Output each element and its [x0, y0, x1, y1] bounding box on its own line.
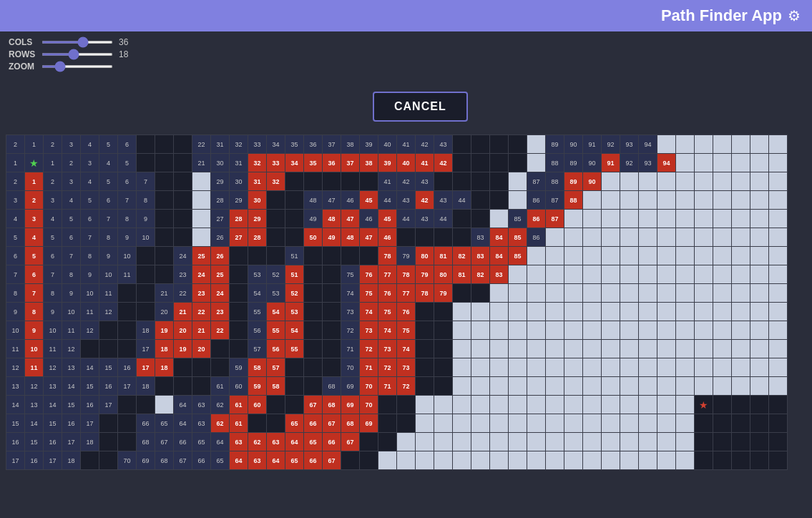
- grid-cell[interactable]: 16: [81, 396, 99, 414]
- grid-cell[interactable]: 43: [397, 191, 416, 210]
- grid-cell[interactable]: 67: [304, 396, 323, 414]
- grid-cell[interactable]: 36: [304, 135, 323, 154]
- grid-cell[interactable]: 11: [118, 265, 137, 284]
- grid-cell[interactable]: 17: [99, 396, 118, 414]
- grid-cell[interactable]: 61: [230, 396, 248, 414]
- grid-cell[interactable]: [546, 303, 564, 321]
- grid-cell[interactable]: [434, 321, 453, 340]
- grid-cell[interactable]: 73: [360, 321, 378, 340]
- grid-cell[interactable]: [713, 284, 732, 303]
- grid-cell[interactable]: 78: [397, 265, 416, 284]
- grid-cell[interactable]: [657, 172, 676, 191]
- grid-cell[interactable]: 66: [192, 451, 211, 470]
- grid-cell[interactable]: 85: [509, 247, 527, 265]
- grid-cell[interactable]: 20: [174, 321, 192, 340]
- grid-cell[interactable]: [155, 228, 174, 247]
- grid-cell[interactable]: [230, 247, 248, 265]
- grid-cell[interactable]: [118, 340, 137, 358]
- grid-cell[interactable]: 71: [360, 358, 378, 377]
- grid-cell[interactable]: [564, 414, 583, 433]
- grid-cell[interactable]: [490, 135, 509, 154]
- grid-cell[interactable]: 12: [81, 321, 99, 340]
- grid-cell[interactable]: 9: [137, 210, 155, 228]
- grid-cell[interactable]: 18: [137, 377, 155, 396]
- grid-cell[interactable]: 56: [248, 321, 267, 340]
- grid-cell[interactable]: [769, 247, 788, 265]
- grid-cell[interactable]: [434, 396, 453, 414]
- grid-cell[interactable]: [155, 154, 174, 172]
- grid-cell[interactable]: [546, 414, 564, 433]
- grid-cell[interactable]: 56: [267, 340, 285, 358]
- grid-cell[interactable]: 12: [44, 358, 62, 377]
- grid-cell[interactable]: [583, 303, 602, 321]
- grid-cell[interactable]: 60: [230, 377, 248, 396]
- grid-cell[interactable]: [639, 191, 657, 210]
- grid-cell[interactable]: 29: [211, 172, 230, 191]
- grid-cell[interactable]: 75: [341, 265, 360, 284]
- grid-cell[interactable]: 80: [416, 247, 434, 265]
- grid-cell[interactable]: [230, 284, 248, 303]
- grid-cell[interactable]: [527, 414, 546, 433]
- grid-cell[interactable]: [174, 191, 192, 210]
- grid-cell[interactable]: 19: [155, 321, 174, 340]
- grid-cell[interactable]: 9: [62, 284, 81, 303]
- grid-cell[interactable]: [323, 172, 341, 191]
- grid-cell[interactable]: 15: [99, 358, 118, 377]
- grid-cell[interactable]: [695, 247, 713, 265]
- grid-cell[interactable]: [602, 191, 620, 210]
- grid-cell[interactable]: [174, 135, 192, 154]
- grid-cell[interactable]: [769, 172, 788, 191]
- grid-cell[interactable]: 65: [211, 451, 230, 470]
- grid-cell[interactable]: [304, 321, 323, 340]
- grid-cell[interactable]: [657, 247, 676, 265]
- grid-cell[interactable]: [546, 265, 564, 284]
- grid-cell[interactable]: 7: [62, 247, 81, 265]
- grid-cell[interactable]: [323, 358, 341, 377]
- grid-cell[interactable]: [527, 265, 546, 284]
- grid-cell[interactable]: [453, 321, 471, 340]
- grid-cell[interactable]: 1: [25, 135, 44, 154]
- grid-cell[interactable]: 16: [6, 433, 25, 451]
- grid-cell[interactable]: 65: [285, 414, 304, 433]
- grid-cell[interactable]: [471, 210, 490, 228]
- grid-cell[interactable]: 11: [44, 340, 62, 358]
- grid-cell[interactable]: 15: [81, 377, 99, 396]
- grid-cell[interactable]: [285, 210, 304, 228]
- grid-cell[interactable]: [471, 358, 490, 377]
- grid-cell[interactable]: 26: [211, 228, 230, 247]
- grid-cell[interactable]: 28: [230, 210, 248, 228]
- grid-cell[interactable]: [657, 451, 676, 470]
- grid-cell[interactable]: [620, 414, 639, 433]
- grid-cell[interactable]: [174, 377, 192, 396]
- grid-cell[interactable]: 58: [267, 377, 285, 396]
- grid-cell[interactable]: 42: [397, 172, 416, 191]
- grid-cell[interactable]: 18: [62, 451, 81, 470]
- grid-cell[interactable]: 53: [267, 284, 285, 303]
- grid-cell[interactable]: 48: [323, 210, 341, 228]
- grid-cell[interactable]: 18: [155, 358, 174, 377]
- grid-cell[interactable]: [434, 172, 453, 191]
- grid-cell[interactable]: [509, 135, 527, 154]
- grid-cell[interactable]: [657, 284, 676, 303]
- grid-cell[interactable]: 4: [99, 154, 118, 172]
- grid-cell[interactable]: [732, 265, 750, 284]
- grid-cell[interactable]: 10: [62, 303, 81, 321]
- grid-cell[interactable]: [695, 284, 713, 303]
- grid-cell[interactable]: 48: [304, 191, 323, 210]
- grid-cell[interactable]: 93: [620, 135, 639, 154]
- grid-cell[interactable]: 45: [378, 210, 397, 228]
- grid-cell[interactable]: [453, 358, 471, 377]
- grid-cell[interactable]: [490, 284, 509, 303]
- grid-cell[interactable]: [676, 228, 695, 247]
- grid-cell[interactable]: 49: [323, 228, 341, 247]
- grid-cell[interactable]: [713, 414, 732, 433]
- grid-cell[interactable]: 25: [211, 265, 230, 284]
- cols-slider[interactable]: [41, 41, 113, 44]
- grid-cell[interactable]: 8: [62, 265, 81, 284]
- grid-cell[interactable]: 38: [341, 135, 360, 154]
- grid-cell[interactable]: 79: [434, 284, 453, 303]
- grid-cell[interactable]: 41: [378, 172, 397, 191]
- grid-cell[interactable]: 86: [527, 191, 546, 210]
- grid-cell[interactable]: [695, 414, 713, 433]
- grid-cell[interactable]: [174, 228, 192, 247]
